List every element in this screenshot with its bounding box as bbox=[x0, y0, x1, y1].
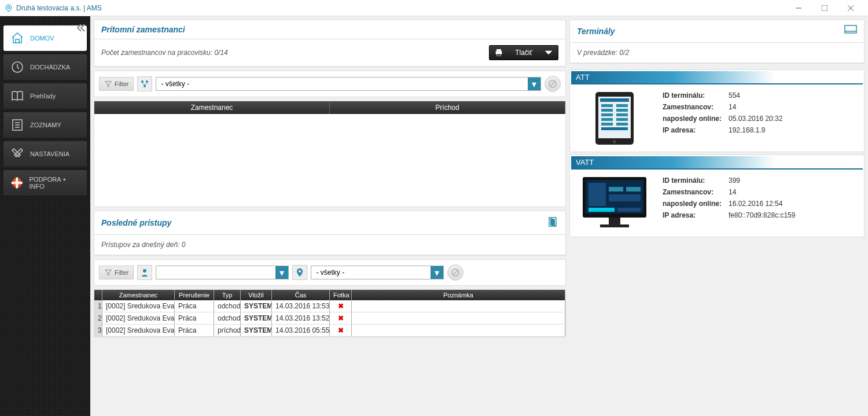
terminal-name: VATT bbox=[571, 156, 863, 170]
chevron-down-icon bbox=[544, 48, 553, 57]
terminal-info: ID terminálu:554Zamestnancov:14naposledy… bbox=[661, 89, 789, 137]
nav-item-domov[interactable]: DOMOV bbox=[3, 25, 87, 51]
home-icon bbox=[10, 31, 24, 45]
svg-rect-16 bbox=[496, 49, 501, 51]
filter-select-location[interactable]: ▾ bbox=[311, 266, 444, 279]
panel-terminals: Terminály V prevádzke: 0/2 bbox=[569, 20, 865, 64]
x-icon: ✖ bbox=[330, 325, 352, 336]
svg-rect-50 bbox=[626, 187, 641, 192]
maximize-button[interactable] bbox=[811, 0, 837, 16]
svg-rect-48 bbox=[589, 183, 606, 206]
book-icon bbox=[10, 89, 24, 103]
nav-item-nastavenia[interactable]: NASTAVENIA bbox=[3, 141, 87, 167]
svg-point-45 bbox=[613, 140, 616, 143]
sidebar-collapse-button[interactable] bbox=[76, 23, 86, 35]
cancel-icon bbox=[451, 268, 460, 277]
nav-item-podpora[interactable]: PODPORA + INFO bbox=[3, 170, 87, 196]
terminal-card[interactable]: ATTID terminálu:554Zamestnancov:14naposl… bbox=[569, 69, 865, 152]
terminal-device-image bbox=[577, 89, 652, 147]
svg-rect-39 bbox=[616, 113, 628, 116]
svg-rect-55 bbox=[600, 224, 629, 227]
clear-filter-button[interactable] bbox=[545, 76, 561, 92]
present-grid-header: Zamestnanec Príchod bbox=[94, 101, 565, 114]
svg-point-0 bbox=[8, 6, 10, 9]
svg-line-23 bbox=[550, 82, 555, 86]
nav-label: NASTAVENIA bbox=[30, 150, 69, 157]
filter-select-present[interactable]: ▾ bbox=[156, 77, 541, 91]
screen-icon[interactable] bbox=[844, 25, 857, 38]
chevron-down-icon[interactable]: ▾ bbox=[528, 78, 540, 90]
svg-rect-49 bbox=[609, 187, 623, 192]
window-title: Druhá testovacia a.s. | AMS bbox=[16, 4, 102, 12]
svg-point-21 bbox=[144, 85, 146, 87]
nav-label: Prehľady bbox=[30, 93, 56, 100]
org-icon bbox=[137, 76, 152, 91]
chevron-down-icon[interactable]: ▾ bbox=[275, 266, 288, 279]
clear-filter-button-access[interactable] bbox=[447, 264, 464, 281]
svg-rect-54 bbox=[609, 218, 620, 224]
door-icon[interactable] bbox=[547, 216, 558, 230]
svg-rect-14 bbox=[12, 182, 15, 184]
svg-rect-44 bbox=[601, 127, 628, 130]
svg-rect-43 bbox=[616, 123, 628, 126]
panel-present-employees: Prítomní zamestnanci Počet zamestnancov … bbox=[94, 20, 566, 67]
svg-rect-40 bbox=[601, 118, 613, 121]
terminal-name: ATT bbox=[571, 71, 863, 84]
filter-label-access: Filter bbox=[99, 266, 134, 279]
panel-title-terminals: Terminály bbox=[577, 27, 615, 36]
nav-label: DOCHÁDZKA bbox=[30, 64, 70, 71]
nav-item-prehlady[interactable]: Prehľady bbox=[3, 83, 87, 109]
svg-rect-51 bbox=[609, 194, 641, 201]
svg-rect-52 bbox=[589, 208, 615, 212]
chevron-down-icon[interactable]: ▾ bbox=[431, 266, 443, 279]
svg-rect-33 bbox=[600, 98, 629, 102]
filter-select-employee[interactable]: ▾ bbox=[156, 266, 289, 279]
svg-point-20 bbox=[146, 80, 148, 83]
filter-icon bbox=[104, 80, 112, 88]
svg-rect-13 bbox=[16, 185, 18, 189]
minimize-button[interactable] bbox=[785, 0, 811, 16]
svg-rect-53 bbox=[617, 208, 641, 212]
nav-item-dochadzka[interactable]: DOCHÁDZKA bbox=[3, 54, 87, 80]
pin-icon bbox=[292, 265, 307, 280]
panel-title-access: Posledné prístupy bbox=[101, 218, 171, 227]
svg-rect-36 bbox=[601, 109, 613, 112]
close-button[interactable] bbox=[837, 0, 863, 16]
svg-rect-38 bbox=[601, 113, 613, 116]
panel-recent-access: Posledné prístupy Prístupov za dnešný de… bbox=[94, 211, 566, 256]
table-row[interactable]: 1[0002] Sredukova EvaPrácaodchodSYSTEM14… bbox=[94, 300, 565, 312]
svg-line-28 bbox=[453, 270, 458, 275]
table-row[interactable]: 2[0002] Sredukova EvaPrácaodchodSYSTEM14… bbox=[94, 312, 565, 325]
svg-rect-41 bbox=[616, 118, 628, 121]
print-icon bbox=[494, 48, 503, 57]
sidebar: DOMOV DOCHÁDZKA Prehľady ZOZNAMY NASTAVE… bbox=[0, 16, 90, 416]
present-count-label: Počet zamestnancov na pracovisku: 0/14 bbox=[101, 49, 228, 57]
nav-item-zoznamy[interactable]: ZOZNAMY bbox=[3, 112, 87, 138]
svg-point-25 bbox=[143, 269, 146, 273]
svg-rect-29 bbox=[845, 25, 856, 33]
svg-rect-12 bbox=[16, 178, 18, 181]
svg-rect-42 bbox=[601, 123, 613, 126]
nav-label: PODPORA + INFO bbox=[30, 176, 80, 190]
svg-point-26 bbox=[299, 270, 301, 273]
access-grid-body: 1[0002] Sredukova EvaPrácaodchodSYSTEM14… bbox=[94, 300, 565, 337]
clock-icon bbox=[10, 60, 24, 74]
x-icon: ✖ bbox=[330, 312, 352, 324]
terminal-card[interactable]: VATTID terminálu:399Zamestnancov:14napos… bbox=[569, 154, 865, 237]
cancel-icon bbox=[548, 79, 557, 89]
lifebuoy-icon bbox=[10, 176, 24, 190]
access-grid-header: Zamestnanec Prerušenie Typ Vložil Čas Fo… bbox=[94, 290, 565, 300]
svg-rect-2 bbox=[822, 5, 827, 11]
titlebar: Druhá testovacia a.s. | AMS bbox=[0, 0, 868, 16]
terminals-status-label: V prevádzke: 0/2 bbox=[577, 49, 629, 57]
present-grid-body bbox=[94, 114, 565, 207]
x-icon: ✖ bbox=[330, 300, 352, 312]
svg-rect-35 bbox=[616, 104, 628, 107]
table-row[interactable]: 3[0002] Sredukova EvaPrácapríchodSYSTEM1… bbox=[94, 325, 565, 337]
print-button[interactable]: Tlačiť bbox=[489, 45, 558, 60]
svg-rect-32 bbox=[598, 97, 631, 138]
svg-point-11 bbox=[15, 181, 20, 185]
filter-icon bbox=[104, 268, 112, 277]
svg-rect-15 bbox=[19, 182, 23, 184]
nav-label: ZOZNAMY bbox=[30, 122, 61, 128]
